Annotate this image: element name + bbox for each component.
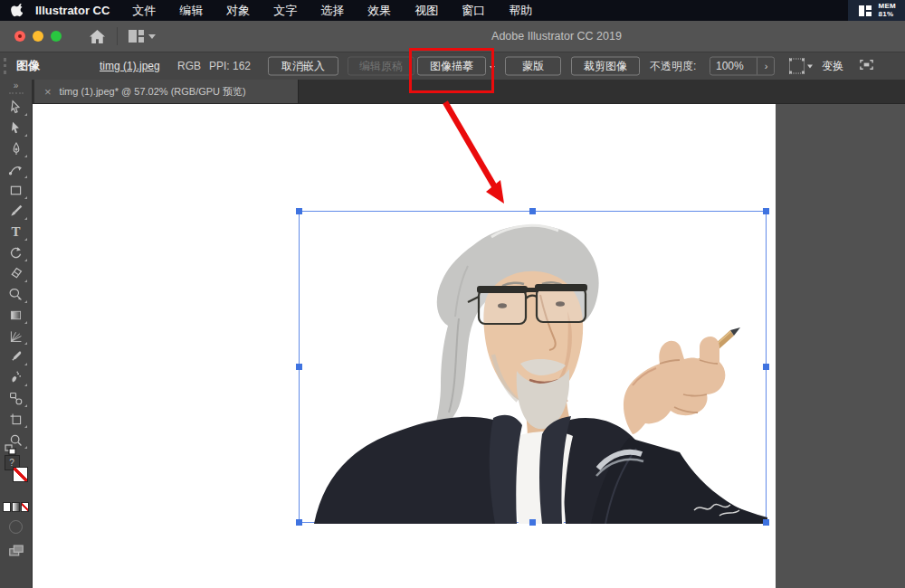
- none-swatch-button[interactable]: [21, 502, 29, 512]
- eraser-tool[interactable]: [4, 263, 29, 284]
- paintbrush-tool[interactable]: [4, 201, 29, 222]
- eyedropper-tool[interactable]: [4, 346, 29, 367]
- linked-file-name[interactable]: timg (1).jpeg: [100, 60, 160, 72]
- opacity-field[interactable]: 100% ›: [710, 57, 775, 76]
- artboard-tool[interactable]: [4, 409, 29, 430]
- apple-menu-icon[interactable]: [11, 4, 23, 17]
- menu-object[interactable]: 对象: [214, 3, 262, 19]
- rectangle-tool[interactable]: [4, 180, 29, 201]
- embedded-photo-man-pointing[interactable]: [300, 212, 767, 524]
- symbol-sprayer-tool[interactable]: [4, 367, 29, 388]
- color-swatch-button[interactable]: [3, 502, 11, 512]
- perspective-grid-tool[interactable]: [4, 326, 29, 346]
- window-titlebar: Adobe Illustrator CC 2019: [0, 21, 905, 52]
- unembed-button[interactable]: 取消嵌入: [268, 57, 338, 76]
- layout-grid-icon: [129, 30, 144, 43]
- free-transform-icon[interactable]: [858, 57, 875, 75]
- select-similar-control[interactable]: [789, 59, 813, 74]
- opacity-value[interactable]: 100%: [716, 58, 744, 75]
- pasteboard-right[interactable]: [776, 104, 905, 588]
- illustrator-window: Illustrator CC 文件 编辑 对象 文字 选择 效果 视图 窗口 帮…: [0, 0, 905, 588]
- menu-window[interactable]: 窗口: [450, 3, 497, 19]
- close-tab-icon[interactable]: ×: [44, 86, 52, 98]
- menu-view[interactable]: 视图: [403, 3, 450, 19]
- workspace-switcher[interactable]: [129, 30, 156, 43]
- curvature-tool[interactable]: [4, 159, 29, 180]
- gradient-swatch-button[interactable]: [12, 502, 20, 512]
- menu-file[interactable]: 文件: [120, 3, 167, 19]
- titlebar-divider: [117, 27, 118, 45]
- menu-effect[interactable]: 效果: [356, 3, 403, 19]
- fill-stroke-widget[interactable]: ?: [5, 453, 28, 495]
- color-type-bar: [3, 502, 29, 512]
- chevron-down-icon: [148, 34, 156, 39]
- menubar: Illustrator CC 文件 编辑 对象 文字 选择 效果 视图 窗口 帮…: [0, 0, 905, 21]
- draw-mode-icon[interactable]: [9, 520, 23, 534]
- active-app-name[interactable]: Illustrator CC: [35, 4, 110, 17]
- document-tab-label: timg (1).jpeg* @ 57.02% (RGB/GPU 预览): [60, 85, 246, 99]
- selection-tool[interactable]: [4, 97, 29, 118]
- document-tab-bar: × timg (1).jpeg* @ 57.02% (RGB/GPU 预览): [33, 80, 905, 104]
- opacity-label: 不透明度:: [650, 59, 696, 74]
- default-fill-stroke-icon[interactable]: [5, 442, 15, 451]
- transform-link[interactable]: 变换: [822, 59, 843, 74]
- control-bar: 图像 timg (1).jpeg RGB PPI: 162 取消嵌入 编辑原稿 …: [0, 52, 905, 80]
- selected-image-object[interactable]: [299, 211, 767, 523]
- selection-handle-mid-right[interactable]: [763, 364, 769, 370]
- menu-select[interactable]: 选择: [309, 3, 356, 19]
- select-similar-icon: [789, 59, 805, 74]
- selection-handle-bottom-left[interactable]: [296, 519, 302, 526]
- memory-readout: MEM81%: [878, 3, 896, 18]
- selection-handle-top-mid[interactable]: [529, 208, 536, 214]
- document-tab[interactable]: × timg (1).jpeg* @ 57.02% (RGB/GPU 预览): [34, 80, 299, 103]
- collapse-panel-icon[interactable]: »: [0, 80, 32, 91]
- home-icon[interactable]: [89, 29, 106, 44]
- color-mode-label: RGB: [177, 60, 201, 72]
- menu-edit[interactable]: 编辑: [167, 3, 214, 19]
- hand: [624, 337, 725, 434]
- selection-handle-mid-left[interactable]: [296, 364, 302, 370]
- window-title: Adobe Illustrator CC 2019: [208, 30, 905, 43]
- context-label: 图像: [16, 58, 40, 74]
- edit-original-button: 编辑原稿: [348, 57, 414, 76]
- zoom-window-button[interactable]: [51, 31, 62, 42]
- minimize-window-button[interactable]: [33, 31, 43, 42]
- mask-button[interactable]: 蒙版: [505, 57, 561, 76]
- panel-grip[interactable]: [9, 92, 24, 94]
- pen-tool[interactable]: [4, 138, 29, 159]
- blend-tool[interactable]: [4, 388, 29, 409]
- controlbar-grip[interactable]: [4, 58, 6, 74]
- close-window-button[interactable]: [14, 31, 25, 42]
- selection-handle-bottom-mid[interactable]: [529, 519, 536, 526]
- gradient-tool[interactable]: [4, 305, 29, 326]
- screen-mode-icon[interactable]: [4, 540, 29, 561]
- image-trace-preset-chevron-icon[interactable]: [490, 60, 495, 72]
- rotate-tool[interactable]: [4, 242, 29, 263]
- image-trace-button[interactable]: 图像描摹: [417, 57, 486, 76]
- scale-tool[interactable]: [4, 284, 29, 305]
- menu-type[interactable]: 文字: [262, 3, 309, 19]
- selection-handle-top-left[interactable]: [296, 208, 302, 214]
- crop-image-button[interactable]: 裁剪图像: [571, 57, 640, 76]
- tools-panel: » T ?: [0, 80, 33, 588]
- menu-help[interactable]: 帮助: [497, 3, 544, 19]
- memory-indicator[interactable]: MEM81%: [848, 0, 905, 21]
- ppi-label: PPI: 162: [209, 60, 251, 72]
- stroke-swatch-none[interactable]: [13, 467, 28, 482]
- type-tool[interactable]: T: [4, 222, 29, 242]
- selection-handle-bottom-right[interactable]: [763, 519, 769, 526]
- selection-handle-top-right[interactable]: [763, 208, 769, 214]
- window-panes-icon: [859, 5, 872, 16]
- opacity-spinner[interactable]: ›: [757, 58, 768, 75]
- chevron-down-icon: [807, 64, 813, 68]
- direct-selection-tool[interactable]: [4, 118, 29, 138]
